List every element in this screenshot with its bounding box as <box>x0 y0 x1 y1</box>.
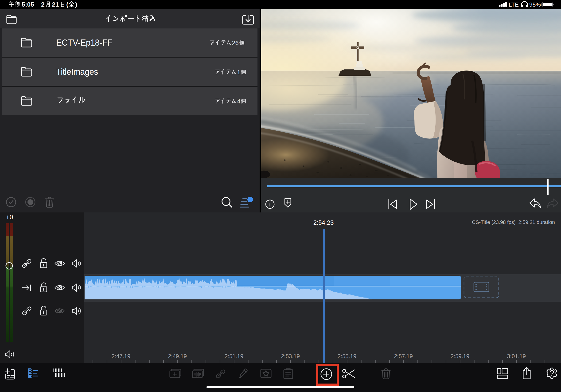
svg-text:2: 2 <box>41 1 45 8</box>
svg-text:95%: 95% <box>529 1 541 8</box>
svg-text:LTE: LTE <box>509 1 519 8</box>
svg-text:(: ( <box>66 1 68 8</box>
svg-text:4: 4 <box>237 98 240 105</box>
svg-text:21: 21 <box>52 1 59 8</box>
svg-text:5:05: 5:05 <box>22 1 34 8</box>
svg-text:26: 26 <box>232 40 239 46</box>
svg-text:): ) <box>75 1 77 8</box>
svg-text:1: 1 <box>237 69 240 76</box>
